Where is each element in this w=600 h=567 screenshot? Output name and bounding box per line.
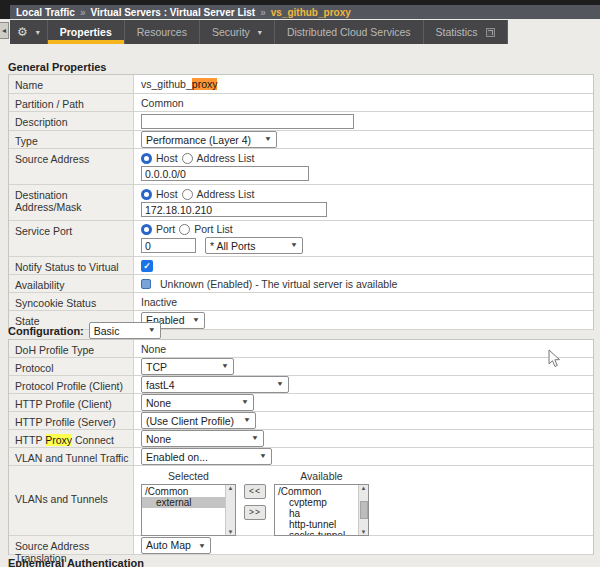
http-proxy-connect-label: HTTP Proxy Connect Profile	[9, 430, 134, 447]
destination-address-input[interactable]	[141, 202, 327, 217]
chevron-down-icon: ▼	[264, 136, 272, 143]
scrollbar-thumb[interactable]	[360, 501, 368, 519]
tab-statistics-label: Statistics	[436, 26, 478, 38]
row-type: Type Performance (Layer 4)▼	[9, 131, 593, 149]
http-profile-client-label: HTTP Profile (Client)	[9, 394, 134, 411]
available-list-header: Available	[300, 470, 342, 482]
tab-security[interactable]: Security ▾	[200, 20, 275, 44]
notify-status-checkbox[interactable]: ✓	[141, 260, 153, 272]
availability-unknown-icon	[141, 279, 151, 289]
port-radio[interactable]	[141, 224, 152, 235]
sidebar-collapse-toggle[interactable]: ◂	[0, 22, 9, 39]
chevron-down-icon: ▼	[198, 541, 206, 548]
http-profile-client-select[interactable]: None▼	[141, 394, 254, 411]
scroll-up-icon[interactable]: ▲	[228, 485, 234, 491]
selected-listbox[interactable]: /Common external ▲▼	[141, 484, 236, 536]
source-host-radio-label: Host	[156, 152, 178, 164]
available-list-scrollbar[interactable]: ▲▼	[358, 485, 368, 535]
syncookie-value: Inactive	[141, 296, 177, 308]
tab-resources[interactable]: Resources	[125, 20, 200, 44]
breadcrumb-separator: »	[80, 7, 86, 18]
tab-security-label: Security	[212, 26, 250, 38]
source-address-list-radio-label: Address List	[197, 152, 255, 164]
active-tab-indicator	[48, 40, 124, 44]
available-listbox[interactable]: /Common cvptemp ha http-tunnel socks-tun…	[274, 484, 369, 536]
row-syncookie: Syncookie Status Inactive	[9, 293, 593, 311]
syncookie-label: Syncookie Status	[9, 293, 134, 310]
row-protocol-profile-client: Protocol Profile (Client) fastL4▼	[9, 376, 593, 394]
type-label: Type	[9, 131, 134, 148]
partition-label: Partition / Path	[9, 94, 134, 111]
row-service-port: Service Port Port Port List * All Ports▼	[9, 221, 593, 257]
scroll-up-icon[interactable]: ▲	[361, 485, 367, 491]
scroll-down-icon[interactable]: ▼	[228, 529, 234, 535]
row-partition: Partition / Path Common	[9, 94, 593, 112]
port-radio-label: Port	[156, 223, 175, 235]
protocol-select[interactable]: TCP▼	[141, 358, 234, 375]
breadcrumb-local-traffic[interactable]: Local Traffic	[16, 7, 75, 18]
destination-address-label: Destination Address/Mask	[9, 185, 134, 220]
tab-properties-label: Properties	[60, 26, 112, 38]
type-select[interactable]: Performance (Layer 4)▼	[141, 131, 277, 148]
destination-host-radio-label: Host	[156, 188, 178, 200]
source-address-label: Source Address	[9, 149, 134, 184]
selected-group: /Common	[142, 486, 225, 497]
available-item[interactable]: http-tunnel	[275, 519, 358, 530]
tab-distributed-cloud-services[interactable]: Distributed Cloud Services	[275, 20, 424, 44]
chevron-down-icon: ▼	[259, 453, 267, 460]
tab-statistics[interactable]: Statistics	[424, 20, 508, 44]
notify-status-label: Notify Status to Virtual Address	[9, 257, 134, 274]
availability-value: Unknown (Enabled) - The virtual server i…	[160, 278, 397, 290]
row-snat: Source Address Translation Auto Map▼	[9, 536, 593, 555]
row-name: Name vs_github_proxy	[9, 75, 593, 94]
move-to-available-button[interactable]: >>	[244, 505, 266, 520]
selected-list-scrollbar[interactable]: ▲▼	[225, 485, 235, 535]
http-profile-server-select[interactable]: (Use Client Profile)▼	[141, 412, 256, 429]
http-profile-server-label: HTTP Profile (Server)	[9, 412, 134, 429]
move-to-selected-button[interactable]: <<	[244, 484, 266, 499]
tab-properties[interactable]: Properties	[48, 20, 125, 44]
description-label: Description	[9, 112, 134, 130]
chevron-down-icon: ▾	[36, 28, 40, 37]
protocol-profile-client-select[interactable]: fastL4▼	[141, 376, 289, 393]
chevron-down-icon: ▼	[251, 435, 259, 442]
ephemeral-authentication-title: Ephemeral Authentication	[8, 557, 144, 567]
chevron-down-icon: ▼	[221, 363, 229, 370]
chevron-down-icon: ▾	[258, 28, 262, 37]
service-port-input[interactable]	[141, 238, 196, 253]
source-host-radio[interactable]	[141, 153, 152, 164]
available-group: /Common	[275, 486, 358, 497]
selected-item-external[interactable]: external	[142, 497, 225, 508]
source-address-list-radio[interactable]	[182, 153, 193, 164]
breadcrumb-virtual-server-list[interactable]: Virtual Servers : Virtual Server List	[90, 7, 255, 18]
vlan-traffic-select[interactable]: Enabled on...▼	[141, 448, 272, 465]
service-port-label: Service Port	[9, 221, 134, 256]
chevron-down-icon: ▼	[148, 327, 156, 334]
chevron-down-icon: ▼	[241, 399, 249, 406]
all-ports-select[interactable]: * All Ports▼	[205, 237, 303, 254]
popout-icon	[486, 28, 495, 37]
chevron-down-icon: ▼	[290, 242, 298, 249]
row-vlan-traffic: VLAN and Tunnel Traffic Enabled on...▼	[9, 448, 593, 466]
configuration-mode-select[interactable]: Basic▼	[89, 322, 161, 339]
destination-host-radio[interactable]	[141, 189, 152, 200]
description-input[interactable]	[141, 114, 354, 129]
available-item[interactable]: cvptemp	[275, 497, 358, 508]
available-item[interactable]: ha	[275, 508, 358, 519]
port-list-radio-label: Port List	[194, 223, 233, 235]
source-address-input[interactable]	[141, 166, 309, 181]
chevron-down-icon: ▼	[192, 316, 200, 323]
row-availability: Availability Unknown (Enabled) - The vir…	[9, 275, 593, 293]
configuration-heading: Configuration: Basic▼	[8, 322, 161, 339]
http-proxy-connect-select[interactable]: None▼	[141, 430, 264, 447]
destination-address-list-radio[interactable]	[182, 189, 193, 200]
availability-label: Availability	[9, 275, 134, 292]
vlans-tunnels-label: VLANs and Tunnels	[9, 466, 134, 535]
gear-menu-button[interactable]: ⚙ ▾	[10, 20, 48, 44]
vlan-traffic-label: VLAN and Tunnel Traffic	[9, 448, 134, 465]
scroll-down-icon[interactable]: ▼	[361, 529, 367, 535]
tab-dcs-label: Distributed Cloud Services	[287, 26, 411, 38]
port-list-radio[interactable]	[179, 224, 190, 235]
snat-select[interactable]: Auto Map▼	[141, 537, 211, 554]
chevron-down-icon: ▼	[243, 417, 251, 424]
